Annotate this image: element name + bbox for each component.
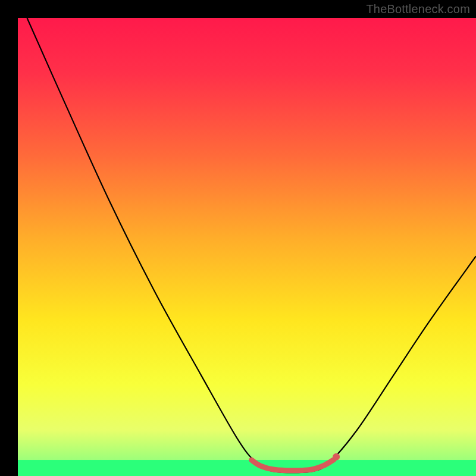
bottleneck-chart [0,0,476,476]
watermark-text: TheBottleneck.com [366,2,470,16]
current-point-marker [333,453,340,461]
chart-frame: TheBottleneck.com [0,0,476,476]
plot-background [18,18,476,476]
optimal-band [18,460,476,476]
